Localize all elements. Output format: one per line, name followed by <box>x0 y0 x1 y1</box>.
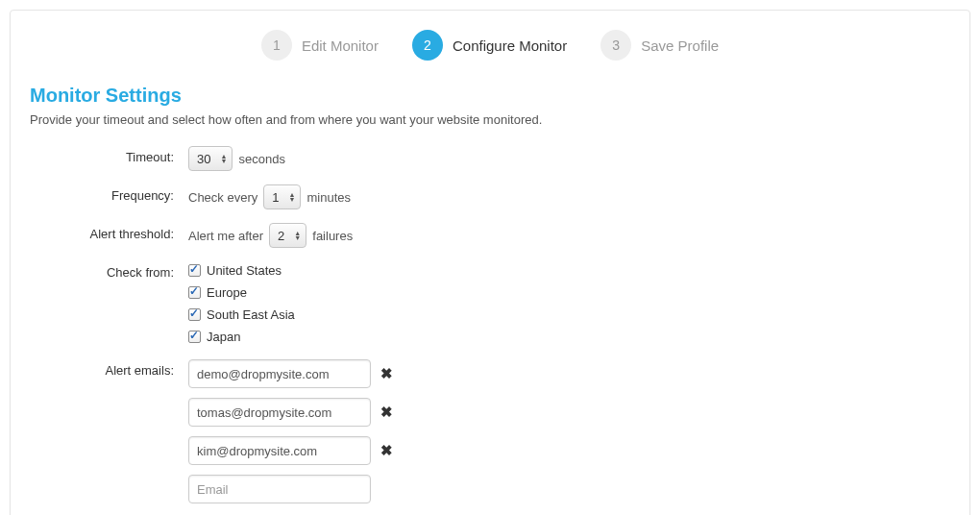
email-input-new[interactable] <box>188 475 371 503</box>
threshold-row: Alert threshold: Alert me after 2 ▲▼ fai… <box>30 223 950 248</box>
checkbox-eu[interactable] <box>188 286 201 299</box>
timeout-unit: seconds <box>238 152 284 166</box>
section-description: Provide your timeout and select how ofte… <box>30 112 950 127</box>
email-entry-2: ✖ <box>188 436 393 465</box>
email-entry-0: ✖ <box>188 359 393 388</box>
wizard-steps: 1 Edit Monitor 2 Configure Monitor 3 Sav… <box>30 30 950 61</box>
step-1-number: 1 <box>261 30 292 61</box>
timeout-row: Timeout: 30 ▲▼ seconds <box>30 146 950 171</box>
timeout-label: Timeout: <box>30 146 188 164</box>
section-title: Monitor Settings <box>30 85 950 107</box>
checkfrom-option-eu: Europe <box>188 283 295 302</box>
step-1[interactable]: 1 Edit Monitor <box>261 30 379 61</box>
stepper-icon: ▲▼ <box>294 231 301 240</box>
checkbox-us[interactable] <box>188 264 201 277</box>
checkbox-jp[interactable] <box>188 331 201 343</box>
checkfrom-sea-label: South East Asia <box>207 307 295 322</box>
emails-row: Alert emails: ✖ ✖ ✖ Next <box>30 359 950 515</box>
checkfrom-us-label: United States <box>207 263 282 278</box>
threshold-prefix: Alert me after <box>188 229 263 243</box>
checkfrom-row: Check from: United States Europe South E… <box>30 261 950 346</box>
stepper-icon: ▲▼ <box>221 154 228 163</box>
checkfrom-label: Check from: <box>30 261 188 280</box>
emails-label: Alert emails: <box>30 359 188 378</box>
checkfrom-jp-label: Japan <box>207 330 240 344</box>
frequency-select[interactable]: 1 ▲▼ <box>263 184 301 209</box>
frequency-prefix: Check every <box>188 190 257 205</box>
step-2[interactable]: 2 Configure Monitor <box>412 30 567 61</box>
frequency-label: Frequency: <box>30 184 188 203</box>
frequency-value: 1 <box>272 190 279 205</box>
frequency-row: Frequency: Check every 1 ▲▼ minutes <box>30 184 950 209</box>
remove-email-icon[interactable]: ✖ <box>380 442 393 459</box>
checkfrom-option-us: United States <box>188 261 295 280</box>
checkfrom-option-jp: Japan <box>188 328 295 346</box>
remove-email-icon[interactable]: ✖ <box>380 404 393 421</box>
settings-panel: 1 Edit Monitor 2 Configure Monitor 3 Sav… <box>10 10 970 515</box>
timeout-value: 30 <box>197 152 210 166</box>
remove-email-icon[interactable]: ✖ <box>380 365 393 382</box>
checkfrom-eu-label: Europe <box>207 285 247 300</box>
email-input-2[interactable] <box>188 436 371 465</box>
checkfrom-option-sea: South East Asia <box>188 306 295 324</box>
step-1-label: Edit Monitor <box>302 37 379 54</box>
email-input-1[interactable] <box>188 398 371 427</box>
threshold-select[interactable]: 2 ▲▼ <box>269 223 306 248</box>
email-entry-1: ✖ <box>188 398 393 427</box>
step-3[interactable]: 3 Save Profile <box>600 30 719 61</box>
timeout-select[interactable]: 30 ▲▼ <box>188 146 233 171</box>
step-2-label: Configure Monitor <box>453 37 567 54</box>
email-entry-new <box>188 475 393 503</box>
threshold-value: 2 <box>278 229 284 243</box>
threshold-label: Alert threshold: <box>30 223 188 241</box>
stepper-icon: ▲▼ <box>289 192 296 202</box>
checkbox-sea[interactable] <box>188 308 201 321</box>
frequency-unit: minutes <box>306 190 351 205</box>
email-input-0[interactable] <box>188 359 371 388</box>
step-3-number: 3 <box>600 30 631 61</box>
threshold-unit: failures <box>312 229 353 243</box>
step-2-number: 2 <box>412 30 443 61</box>
step-3-label: Save Profile <box>641 37 719 54</box>
